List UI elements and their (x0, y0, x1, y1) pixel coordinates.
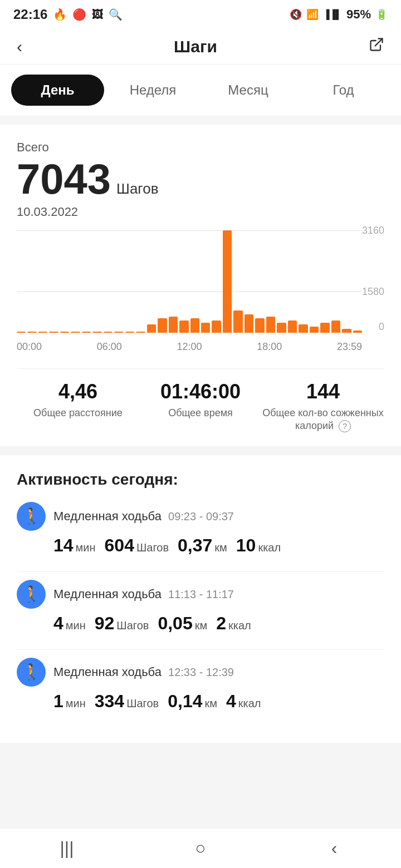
stat-distance-value: 4,46 (17, 380, 139, 403)
chart-x-labels: 00:00 06:00 12:00 18:00 23:59 (17, 341, 362, 353)
stat-time-value: 01:46:00 (139, 380, 262, 403)
activity-3-stats: 1 мин 334 Шагов 0,14 км 4 ккал (17, 691, 384, 712)
stat-time: 01:46:00 Общее время (139, 380, 262, 420)
tab-month[interactable]: Месяц (202, 75, 295, 106)
activity-2-min: 4 мин (53, 613, 86, 634)
activity-3-time: 12:33 - 12:39 (168, 666, 234, 678)
activity-item-1: 🚶 Медленная ходьба 09:23 - 09:37 14 мин … (17, 502, 384, 556)
chart-bar-4 (60, 332, 69, 333)
status-time: 22:16 🔥 🔴 🖼 🔍 (13, 7, 123, 22)
x-label-1: 06:00 (97, 341, 122, 353)
chart-bar-20 (233, 310, 242, 333)
x-label-4: 23:59 (337, 341, 362, 353)
chart-bar-7 (92, 332, 101, 333)
wifi-icon: 📶 (306, 8, 319, 21)
chart-bar-25 (288, 320, 297, 333)
signal-icon: ▐▐▌ (323, 9, 342, 19)
chart-bar-26 (299, 324, 307, 333)
activity-2-name: Медленная ходьба (53, 587, 162, 601)
activity-2-km: 0,05 км (158, 613, 207, 634)
chart-bar-14 (169, 317, 178, 333)
stat-distance: 4,46 Общее расстояние (17, 380, 139, 420)
tab-day[interactable]: День (11, 75, 104, 106)
activity-3-icon: 🚶 (17, 658, 46, 687)
image-icon: 🖼 (92, 8, 103, 21)
steps-date: 10.03.2022 (17, 205, 384, 219)
chart-label-mid: 1580 (362, 286, 384, 298)
divider-2 (17, 649, 384, 650)
chart-bar-0 (17, 332, 26, 333)
chart-bar-27 (310, 327, 319, 333)
chart-bar-29 (331, 320, 340, 333)
activity-2-stats: 4 мин 92 Шагов 0,05 км 2 ккал (17, 613, 384, 634)
x-label-2: 12:00 (177, 341, 202, 353)
tab-week[interactable]: Неделя (106, 75, 199, 106)
chart-bar-1 (27, 332, 36, 333)
activity-1-header: 🚶 Медленная ходьба 09:23 - 09:37 (17, 502, 384, 531)
chart-bar-18 (212, 320, 221, 333)
activity-1-name: Медленная ходьба (53, 509, 162, 523)
tab-year[interactable]: Год (297, 75, 390, 106)
bottom-nav: ||| ○ ‹ (0, 828, 401, 868)
activity-1-name-time: Медленная ходьба 09:23 - 09:37 (53, 509, 234, 524)
steps-number: 7043 (17, 158, 111, 200)
back-button[interactable]: ‹ (17, 37, 22, 56)
activity-1-min: 14 мин (53, 535, 96, 556)
activity-3-name: Медленная ходьба (53, 665, 162, 679)
chart-bar-12 (147, 324, 156, 333)
stat-distance-label: Общее расстояние (17, 407, 139, 420)
chart-bar-23 (266, 317, 275, 333)
nav-back-button[interactable]: ‹ (317, 838, 351, 859)
nav-home-button[interactable]: ○ (184, 838, 217, 859)
chart-bar-19 (223, 230, 232, 333)
activity-item-3: 🚶 Медленная ходьба 12:33 - 12:39 1 мин 3… (17, 658, 384, 712)
chart-bar-2 (38, 332, 47, 333)
activity-2-name-time: Медленная ходьба 11:13 - 11:17 (53, 587, 234, 601)
chart-bars (17, 230, 362, 333)
chart-bar-10 (125, 332, 134, 333)
activity-1-km: 0,37 км (178, 535, 227, 556)
activity-card: Активность сегодня: 🚶 Медленная ходьба 0… (0, 455, 401, 743)
activity-3-kcal: 4 ккал (226, 691, 261, 712)
chart-bar-30 (342, 329, 351, 333)
chart-bar-22 (255, 318, 264, 333)
activity-item-2: 🚶 Медленная ходьба 11:13 - 11:17 4 мин 9… (17, 580, 384, 634)
page-title: Шаги (22, 37, 369, 56)
stat-calories-label: Общее кол-во сожженных калорий ? (262, 407, 384, 433)
activity-3-km: 0,14 км (168, 691, 217, 712)
steps-unit: Шагов (116, 181, 158, 196)
stat-calories-value: 144 (262, 380, 384, 403)
nav-menu-button[interactable]: ||| (50, 838, 84, 859)
header: ‹ Шаги (0, 29, 401, 65)
activity-2-icon: 🚶 (17, 580, 46, 609)
chart-bar-28 (320, 323, 329, 333)
activity-3-header: 🚶 Медленная ходьба 12:33 - 12:39 (17, 658, 384, 687)
security-icon: 🔴 (72, 8, 86, 21)
chart-bar-13 (158, 318, 167, 333)
share-button[interactable] (369, 37, 384, 56)
chart-bar-9 (114, 332, 123, 333)
steps-count-row: 7043 Шагов (17, 158, 384, 200)
stat-time-label: Общее время (139, 407, 262, 420)
activity-1-steps: 604 Шагов (105, 535, 169, 556)
calories-info-icon[interactable]: ? (339, 420, 351, 432)
chart-bar-15 (179, 320, 188, 333)
chart-bar-3 (49, 332, 58, 333)
chart-label-max: 3160 (362, 225, 384, 236)
activity-3-min: 1 мин (53, 691, 86, 712)
activity-3-steps: 334 Шагов (95, 691, 159, 712)
chart-bar-5 (71, 332, 80, 333)
x-label-0: 00:00 (17, 341, 42, 353)
total-label: Всего (17, 140, 384, 155)
battery-icon: 🔋 (375, 8, 388, 21)
main-stats-card: Всего 7043 Шагов 10.03.2022 3160 1580 0 … (0, 125, 401, 446)
chart-bar-21 (244, 314, 253, 333)
status-right: 🔇 📶 ▐▐▌ 95% 🔋 (290, 7, 388, 22)
chart-bar-31 (353, 331, 362, 333)
search-icon: 🔍 (109, 8, 123, 21)
activity-2-steps: 92 Шагов (95, 613, 149, 634)
chart-bar-24 (277, 323, 286, 333)
activity-1-icon: 🚶 (17, 502, 46, 531)
x-label-3: 18:00 (257, 341, 282, 353)
tab-bar: День Неделя Месяц Год (0, 65, 401, 116)
